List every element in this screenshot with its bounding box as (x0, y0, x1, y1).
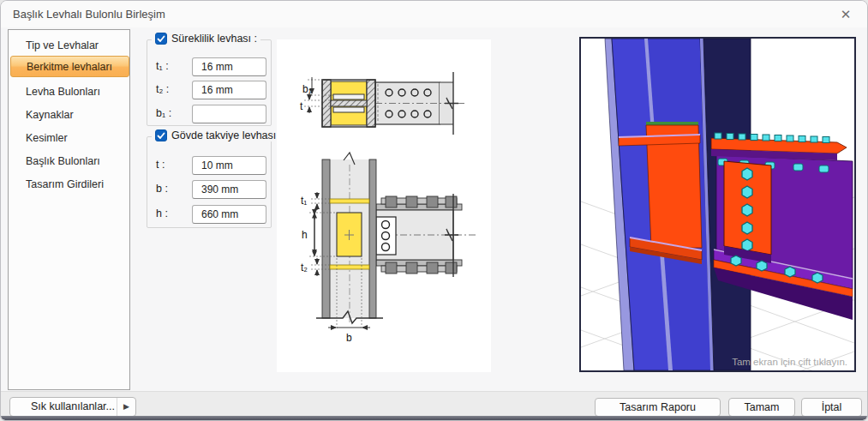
b-label: b : (156, 183, 168, 195)
sidebar-item-berkitme-levhalari[interactable]: Berkitme levhaları (10, 56, 129, 77)
t2-input[interactable] (192, 81, 266, 99)
b-input[interactable] (192, 180, 266, 199)
viewport-3d[interactable]: Tam ekran için çift tıklayın. (579, 37, 856, 372)
dim-t2: t₂ (301, 262, 308, 274)
dim-b: b (346, 332, 352, 344)
web-doubler-label: Gövde takviye levhası : (171, 129, 282, 141)
favorites-button[interactable]: Sık kullanılanlar... ▶ (9, 397, 136, 417)
h-label: h : (156, 207, 168, 220)
group-continuity-plate: Süreklilik levhası : t₁ : t₂ : b₁ : (147, 39, 272, 126)
continuity-plate-checkbox[interactable] (155, 33, 167, 45)
ok-button[interactable]: Tamam (728, 398, 795, 417)
sidebar-item-tip-ve-levhalar[interactable]: Tip ve Levhalar (10, 35, 129, 57)
bottom-bar: Sık kullanılanlar... ▶ Tasarım Raporu Ta… (1, 391, 867, 418)
group-web-doubler-plate: Gövde takviye levhası : t : b : h : (147, 136, 272, 228)
sidebar-item-baslik-bulonlari[interactable]: Başlık Bulonları (10, 151, 129, 172)
check-icon (157, 131, 165, 140)
fullscreen-hint: Tam ekran için çift tıklayın. (732, 357, 847, 367)
elevation-view: t₁ h t₂ b (301, 153, 476, 344)
sidebar-item-tasarim-girdileri[interactable]: Tasarım Girdileri (10, 174, 129, 195)
favorites-label: Sık kullanılanlar... (31, 400, 115, 412)
sidebar-item-kaynaklar[interactable]: Kaynaklar (10, 105, 129, 126)
continuity-plate-label: Süreklilik levhası : (171, 33, 257, 45)
plan-view: b₁ t (300, 72, 467, 135)
h-input[interactable] (192, 205, 266, 224)
t-label: t : (156, 159, 165, 171)
connection-diagram: b₁ t (277, 39, 491, 372)
dialog-baslik-levhali-bulonlu-birlesim: Başlık Levhalı Bulonlu Birleşim ✕ Tip ve… (0, 0, 868, 421)
dim-t1: t₁ (301, 195, 307, 207)
sidebar-item-kesimler[interactable]: Kesimler (10, 128, 129, 149)
dialog-bottom-edge (1, 416, 867, 420)
b1-input[interactable] (192, 105, 266, 123)
design-report-button[interactable]: Tasarım Raporu (595, 398, 721, 417)
t1-input[interactable] (192, 57, 266, 76)
close-icon[interactable]: ✕ (833, 4, 859, 25)
diagram-svg: b₁ t (277, 39, 491, 372)
check-icon (157, 34, 165, 43)
expand-arrow-icon[interactable]: ▶ (117, 398, 135, 416)
viewport-3d-render (581, 39, 854, 370)
web-doubler-checkbox[interactable] (155, 129, 167, 141)
t-input[interactable] (192, 156, 266, 175)
t1-label: t₁ : (156, 60, 169, 72)
t2-label: t₂ : (156, 83, 169, 95)
dialog-title: Başlık Levhalı Bulonlu Birleşim (13, 8, 165, 21)
sidebar-category-list: Tip ve Levhalar Berkitme levhaları Levha… (8, 29, 130, 390)
b1-label: b₁ : (156, 107, 171, 119)
sidebar-item-levha-bulonlari[interactable]: Levha Bulonları (10, 81, 129, 103)
dim-b1: b₁ (302, 83, 312, 95)
cancel-button[interactable]: İptal (801, 398, 862, 417)
dim-t: t (300, 100, 303, 112)
dim-h: h (302, 229, 308, 241)
titlebar: Başlık Levhalı Bulonlu Birleşim ✕ (1, 1, 867, 27)
